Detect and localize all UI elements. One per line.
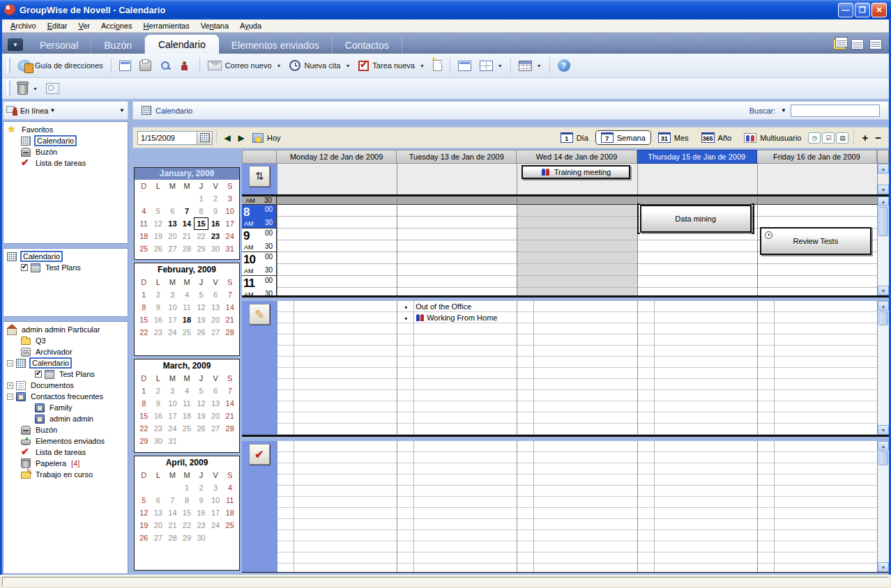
- mini-day[interactable]: 26: [194, 422, 208, 435]
- tab-elementos-enviados[interactable]: Elementos enviados: [219, 37, 333, 54]
- mini-day[interactable]: 15: [137, 410, 151, 422]
- mini-day[interactable]: 3: [165, 385, 180, 397]
- scrollbar-thumb[interactable]: [878, 207, 888, 236]
- mini-day[interactable]: 13: [208, 397, 223, 410]
- mini-day[interactable]: 21: [222, 314, 237, 326]
- mini-day[interactable]: 7: [222, 288, 237, 301]
- mini-day[interactable]: 28: [222, 326, 237, 339]
- mini-day[interactable]: 2: [151, 288, 166, 301]
- mini-day[interactable]: 10: [222, 205, 237, 217]
- online-mode-selector[interactable]: En línea ▼ ▼: [3, 101, 128, 120]
- tasks-scrollbar[interactable]: ▲▼: [877, 441, 889, 572]
- calendar-view-button[interactable]: ▼: [515, 59, 546, 73]
- scroll-down-button[interactable]: ▼: [878, 562, 889, 572]
- mini-day[interactable]: 4: [222, 481, 237, 494]
- mini-day[interactable]: 12: [137, 506, 151, 519]
- tree-item-favoritos[interactable]: Favoritos: [3, 124, 128, 135]
- minimize-button[interactable]: —: [838, 3, 853, 17]
- mini-day[interactable]: 11: [222, 494, 237, 506]
- tree-item-q3[interactable]: Q3: [3, 335, 128, 346]
- tree-item-papelera[interactable]: Papelera[4]: [3, 458, 128, 469]
- mini-day[interactable]: 23: [151, 326, 166, 339]
- toolbar-grip[interactable]: [7, 81, 10, 96]
- mini-day[interactable]: 10: [208, 494, 223, 506]
- mini-day[interactable]: 5: [151, 205, 166, 217]
- mini-day[interactable]: 25: [222, 519, 237, 532]
- mini-day[interactable]: 12: [194, 397, 208, 410]
- time-column-2[interactable]: [517, 196, 637, 295]
- restore-button[interactable]: ❐: [855, 3, 870, 17]
- mini-day[interactable]: 3: [222, 192, 237, 205]
- tree-item-admin-admin[interactable]: admin admin: [3, 413, 128, 424]
- new-mail-button[interactable]: Correo nuevo ▼: [204, 59, 286, 72]
- mini-day[interactable]: 14: [180, 217, 195, 230]
- mini-day[interactable]: 21: [165, 519, 180, 532]
- mini-day[interactable]: 13: [165, 217, 180, 230]
- calendar-view-dropdown[interactable]: ▼: [537, 63, 542, 68]
- mini-day[interactable]: 4: [137, 205, 151, 217]
- time-column-0[interactable]: [277, 196, 397, 295]
- note-item[interactable]: ●Working From Home: [397, 312, 517, 323]
- reading-pane-toggle-button[interactable]: [454, 59, 475, 73]
- mini-day[interactable]: 25: [180, 326, 195, 339]
- mini-day[interactable]: 19: [151, 230, 166, 242]
- mini-day[interactable]: 7: [180, 205, 195, 217]
- mini-day[interactable]: 29: [137, 435, 151, 447]
- mini-day[interactable]: 7: [165, 494, 180, 506]
- mini-day-selected[interactable]: 15: [194, 217, 208, 230]
- mini-day[interactable]: 21: [180, 230, 195, 242]
- print-button[interactable]: [135, 59, 155, 73]
- mini-day[interactable]: 1: [180, 481, 195, 494]
- allday-scrollbar[interactable]: ▲▼: [877, 164, 889, 194]
- scroll-up-button[interactable]: ▲: [878, 164, 889, 173]
- scroll-up-button[interactable]: ▲: [878, 301, 889, 311]
- mini-day[interactable]: 9: [194, 494, 208, 506]
- tree-item-test-plans[interactable]: Test Plans: [3, 369, 128, 380]
- menu-item-herramientas[interactable]: Herramientas: [138, 20, 195, 31]
- mini-day[interactable]: 24: [208, 519, 223, 532]
- mini-day[interactable]: 27: [165, 242, 180, 255]
- allday-cell-2[interactable]: Training meeting: [517, 164, 637, 194]
- mini-day[interactable]: 12: [151, 217, 166, 230]
- mini-day[interactable]: 20: [208, 314, 223, 326]
- mini-day[interactable]: 12: [194, 301, 208, 314]
- day-header-4[interactable]: Friday 16 de Jan de 2009: [757, 150, 877, 164]
- mini-day[interactable]: 30: [194, 532, 208, 544]
- tree-item-buzón[interactable]: Buzón: [3, 424, 128, 435]
- tree-item-contactos-frecuentes[interactable]: −Contactos frecuentes: [3, 391, 128, 402]
- mini-day[interactable]: 23: [151, 422, 166, 435]
- allday-cell-3[interactable]: [637, 164, 757, 194]
- new-mail-dropdown[interactable]: ▼: [277, 63, 282, 68]
- mini-day[interactable]: 28: [180, 242, 195, 255]
- mini-day[interactable]: 27: [151, 532, 166, 544]
- mini-day[interactable]: 2: [151, 385, 166, 397]
- mini-day[interactable]: 11: [137, 217, 151, 230]
- expander-plus-icon[interactable]: +: [7, 382, 13, 389]
- new-document-button[interactable]: [429, 58, 446, 73]
- panel-dropdown-icon[interactable]: ▼: [119, 107, 125, 114]
- mini-day[interactable]: 20: [151, 519, 166, 532]
- mini-day[interactable]: 1: [137, 288, 151, 301]
- mini-day[interactable]: 27: [208, 422, 223, 435]
- day-header-0[interactable]: Monday 12 de Jan de 2009: [277, 150, 397, 164]
- new-appointment-dropdown[interactable]: ▼: [345, 63, 350, 68]
- menu-item-acciones[interactable]: Acciones: [96, 20, 138, 31]
- search-button[interactable]: [155, 59, 176, 73]
- tasks-cell-4[interactable]: [757, 441, 877, 572]
- mini-day[interactable]: 11: [180, 301, 195, 314]
- resize-handle-left[interactable]: [637, 203, 640, 234]
- mini-day[interactable]: 16: [151, 410, 166, 422]
- tab-dropdown-button[interactable]: ▼: [8, 38, 23, 51]
- mini-day[interactable]: 1: [137, 385, 151, 397]
- mini-day[interactable]: 17: [165, 410, 180, 422]
- tasks-cell-0[interactable]: [277, 441, 397, 572]
- tree-item-calendario[interactable]: Calendario: [3, 135, 128, 146]
- notes-cell-1[interactable]: ●Out of the Office●Working From Home: [397, 301, 517, 435]
- tree-item-test-plans[interactable]: Test Plans: [3, 262, 128, 273]
- properties-button[interactable]: [42, 81, 63, 96]
- mini-day[interactable]: 30: [151, 435, 166, 447]
- mini-day[interactable]: 16: [208, 217, 223, 230]
- mini-day[interactable]: 19: [194, 410, 208, 422]
- mini-day[interactable]: 20: [165, 230, 180, 242]
- mini-day[interactable]: 17: [165, 314, 180, 326]
